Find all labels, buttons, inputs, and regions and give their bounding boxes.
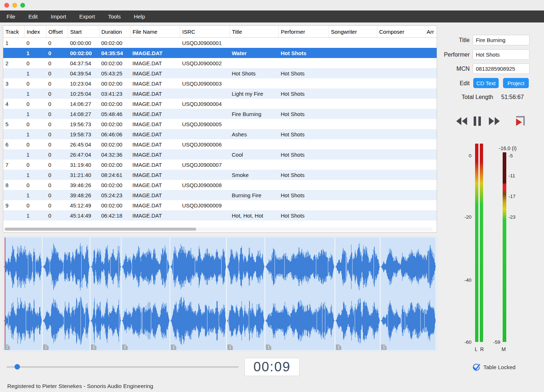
project-button[interactable]: Project	[503, 78, 529, 88]
cell-offset: 0	[46, 129, 68, 139]
cell-composer	[377, 129, 425, 139]
cell-performer: Hot Shots	[279, 88, 329, 99]
table-row[interactable]: 30010:23:0400:02:00IMAGE.DATUSQDJ0900003	[3, 78, 437, 88]
cell-index: 1	[24, 129, 46, 139]
fast-forward-button[interactable]	[488, 115, 500, 128]
title-input[interactable]	[473, 35, 529, 45]
column-header-duration[interactable]: Duration	[99, 26, 130, 38]
column-header-songwriter[interactable]: Songwriter	[329, 26, 377, 38]
table-locked-control[interactable]: Table Locked	[472, 362, 515, 372]
cell-start: 10:25:04	[68, 88, 99, 99]
cell-composer	[377, 88, 425, 99]
cell-duration: 00:02:00	[99, 99, 130, 109]
table-row[interactable]: 50019:56:7300:02:00IMAGE.DATUSQDJ0900005	[3, 119, 437, 129]
cell-composer	[377, 139, 425, 149]
table-row[interactable]: 1019:58:7306:46:06IMAGE.DATAshesHot Shot…	[3, 129, 437, 139]
total-length-value: 51:56:67	[501, 94, 524, 100]
cell-arr	[425, 180, 437, 190]
cell-title	[230, 200, 279, 210]
cell-composer	[377, 68, 425, 78]
cell-title: Light my Fire	[230, 88, 279, 99]
seek-slider-track[interactable]	[7, 366, 239, 368]
loudness-readout: -16.0 (I)	[488, 145, 528, 151]
cell-songwriter	[329, 160, 377, 170]
cell-file-name: IMAGE.DAT	[130, 149, 180, 160]
table-row[interactable]: 40014:06:2700:02:00IMAGE.DATUSQDJ0900004	[3, 99, 437, 109]
cell-offset: 0	[46, 210, 68, 220]
pause-button[interactable]	[473, 115, 482, 128]
menu-edit[interactable]: Edit	[22, 11, 44, 22]
cell-composer	[377, 109, 425, 119]
table-row[interactable]: 1004:39:5405:43:25IMAGE.DATHot ShotsHot …	[3, 68, 437, 78]
column-header-offset[interactable]: Offset	[46, 26, 68, 38]
table-row[interactable]: 60026:45:0400:02:00IMAGE.DATUSQDJ0900006	[3, 139, 437, 149]
waveform-canvas[interactable]	[3, 237, 437, 351]
menu-export[interactable]: Export	[73, 11, 102, 22]
table-row[interactable]: 70031:19:4000:02:00IMAGE.DATUSQDJ0900007	[3, 160, 437, 170]
column-header-performer[interactable]: Performer	[279, 26, 329, 38]
registration-text: Registered to Pieter Stenekes - Sonoris …	[7, 383, 153, 389]
cell-index: 1	[24, 170, 46, 180]
cell-index: 1	[24, 88, 46, 99]
cell-duration: 00:02:00	[99, 180, 130, 190]
column-header-file-name[interactable]: File Name	[130, 26, 180, 38]
column-header-index[interactable]: Index	[24, 26, 46, 38]
cell-performer	[279, 200, 329, 210]
titlebar	[0, 0, 544, 11]
waveform-panel[interactable]: 111111111	[3, 236, 437, 351]
cell-songwriter	[329, 109, 377, 119]
cell-offset: 0	[46, 109, 68, 119]
rewind-button[interactable]	[456, 115, 468, 128]
playhead-cursor	[5, 238, 5, 350]
minimize-button[interactable]	[12, 3, 17, 8]
cell-duration: 05:43:25	[99, 68, 130, 78]
table-hscrollbar[interactable]	[4, 227, 433, 231]
cell-index: 1	[24, 210, 46, 220]
zoom-button[interactable]	[20, 3, 25, 8]
menu-help[interactable]: Help	[127, 11, 152, 22]
meter-right-label: R	[480, 346, 484, 352]
menu-tools[interactable]: Tools	[102, 11, 127, 22]
table-row[interactable]: 1000:02:0004:35:54IMAGE.DATWaterHot Shot…	[3, 48, 437, 58]
cell-track	[3, 149, 24, 160]
cell-track	[3, 68, 24, 78]
close-button[interactable]	[4, 3, 9, 8]
play-from-marker-button[interactable]	[511, 115, 527, 128]
table-row[interactable]: 90045:12:4900:02:00IMAGE.DATUSQDJ0900009	[3, 200, 437, 210]
cell-index: 1	[24, 190, 46, 200]
cell-index: 1	[24, 149, 46, 160]
menubar: FileEditImportExportToolsHelp	[0, 11, 544, 22]
performer-input[interactable]	[473, 49, 529, 60]
table-row[interactable]: 1026:47:0404:32:36IMAGE.DATCoolHot Shots	[3, 149, 437, 160]
table-locked-label: Table Locked	[483, 364, 515, 370]
column-header-isrc[interactable]: ISRC	[180, 26, 230, 38]
table-row[interactable]: 20004:37:5400:02:00IMAGE.DATUSQDJ0900002	[3, 58, 437, 68]
column-header-start[interactable]: Start	[68, 26, 99, 38]
cell-start: 04:37:54	[68, 58, 99, 68]
column-header-composer[interactable]: Composer	[377, 26, 425, 38]
column-header-track[interactable]: Track	[3, 26, 24, 38]
cell-songwriter	[329, 170, 377, 180]
cell-offset: 0	[46, 180, 68, 190]
table-row[interactable]: 1031:21:4008:24:61IMAGE.DATSmokeHot Shot…	[3, 170, 437, 180]
cell-songwriter	[329, 58, 377, 68]
cell-duration: 03:41:23	[99, 88, 130, 99]
menu-import[interactable]: Import	[44, 11, 73, 22]
cell-songwriter	[329, 48, 377, 58]
cell-composer	[377, 99, 425, 109]
table-row[interactable]: 1039:48:2605:24:23IMAGE.DATBurning FireH…	[3, 190, 437, 200]
menu-file[interactable]: File	[0, 11, 22, 22]
table-row[interactable]: 10000:00:0000:02:00USQDJ0900001	[3, 38, 437, 48]
table-header-row: TrackIndexOffsetStartDurationFile NameIS…	[3, 26, 437, 38]
table-row[interactable]: 1010:25:0403:41:23IMAGE.DATLight my Fire…	[3, 88, 437, 99]
seek-slider-thumb[interactable]	[15, 364, 20, 370]
cell-title: Smoke	[230, 170, 279, 180]
column-header-title[interactable]: Title	[230, 26, 279, 38]
table-row[interactable]: 1045:14:4906:42:18IMAGE.DATHot, Hot, Hot…	[3, 210, 437, 220]
table-hscrollbar-thumb[interactable]	[5, 228, 196, 231]
mcn-input[interactable]	[473, 63, 529, 74]
cd-text-button[interactable]: CD Text	[473, 78, 499, 88]
table-row[interactable]: 1014:08:2705:48:46IMAGE.DATFire BurningH…	[3, 109, 437, 119]
cell-file-name: IMAGE.DAT	[130, 78, 180, 88]
table-row[interactable]: 80039:46:2600:02:00IMAGE.DATUSQDJ0900008	[3, 180, 437, 190]
